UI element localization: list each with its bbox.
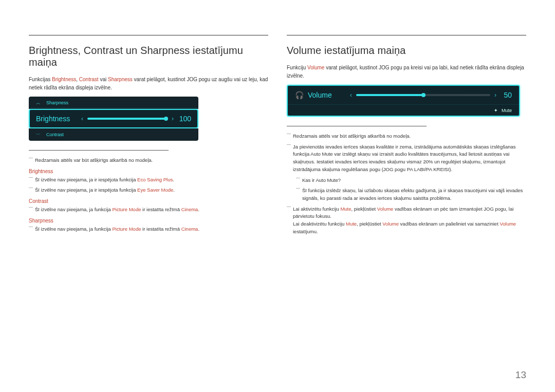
note-b2: Šī izvēlne nav pieejama, ja ir iespējota… [29,186,268,194]
note-model-left: Redzamais attēls var būt atšķirīgs atkar… [29,157,268,164]
left-intro: Funkcijas Brightness, Contrast vai Sharp… [29,76,268,91]
term-cinema-2: Cinema [181,226,198,232]
term-volume: Volume [307,65,324,70]
term-eye-saver-mode: Eye Saver Mode [137,187,173,193]
slider-track [356,94,490,96]
note-model-right: Redzamais attēls var būt atšķirīgs atkar… [287,133,526,140]
note-automute-q: Kas ir Auto Mute? [296,177,526,184]
term-picture-mode-2: Picture Mode [113,226,141,232]
osd-volume-value: 50 [496,91,512,99]
divider [287,126,427,126]
osd-slider[interactable]: ‹ › [81,115,174,122]
osd-down-row: ﹀ Contrast [29,128,198,141]
chevron-down-icon: ﹀ [36,132,41,138]
slider-track [87,118,168,120]
chevron-up-icon: ︿ [36,100,41,106]
subhead-sharpness: Sharpness [29,218,268,223]
osd-up-row: ︿ Sharpness [29,97,198,109]
osd-volume-slider[interactable]: ‹ › [350,91,496,99]
osd-brightness-widget: ︿ Sharpness Brightness ‹ › 100 ﹀ Contras… [29,97,268,141]
subhead-contrast: Contrast [29,198,268,204]
osd-volume-row: 🎧 Volume ‹ › 50 [288,86,519,104]
term-contrast: Contrast [79,77,99,82]
osd-volume-label: Volume [308,91,350,99]
term-mute-2: Mute [346,221,357,227]
divider [29,150,169,151]
term-brightness: Brightness [52,77,76,82]
term-mute: Mute [340,206,351,212]
term-volume-2: Volume [377,206,394,212]
osd-mute-row: ✦ Mute [288,104,519,116]
term-picture-mode: Picture Mode [113,207,141,212]
chevron-left-icon: ‹ [350,91,352,99]
left-column: Brightness, Contrast un Sharpness iestat… [29,35,268,239]
osd-volume-widget: 🎧 Volume ‹ › 50 ✦ Mute [287,85,520,117]
osd-down-label: Contrast [46,132,64,137]
left-title: Brightness, Contrast un Sharpness iestat… [29,35,268,68]
note-b1: Šī izvēlne nav pieejama, ja ir iespējota… [29,176,268,184]
chevron-left-icon: ‹ [81,115,83,122]
page-number: 13 [515,369,526,381]
headphones-icon: 🎧 [295,91,304,99]
term-volume-4: Volume [499,221,516,227]
osd-up-label: Sharpness [46,100,68,105]
note-automute: Ja pievienotās ievades ierīces skaņas kv… [287,143,526,174]
note-mute-activate: Lai aktivizētu funkciju Mute, piekļūstie… [287,206,526,236]
note-c1: Šī izvēlne nav pieejama, ja funkcija Pic… [29,206,268,214]
dpad-icon: ✦ [493,108,498,113]
term-sharpness: Sharpness [108,77,133,82]
note-automute-a: Šī funkcija izslēdz skaņu, lai uzlabotu … [296,187,526,202]
osd-mute-label: Mute [502,108,512,113]
osd-main-value: 100 [174,115,191,123]
osd-main-label: Brightness [36,115,81,123]
right-intro: Funkciju Volume varat pielāgot, kustinot… [287,64,526,80]
subhead-brightness: Brightness [29,169,268,174]
right-column: Volume iestatījuma maiņa Funkciju Volume… [287,35,526,239]
term-eco-saving-plus: Eco Saving Plus [137,177,173,182]
term-cinema: Cinema [181,207,198,212]
osd-main-row: Brightness ‹ › 100 [29,109,198,128]
right-title: Volume iestatījuma maiņa [287,35,526,57]
term-volume-3: Volume [382,221,399,227]
note-s1: Šī izvēlne nav pieejama, ja funkcija Pic… [29,226,268,233]
